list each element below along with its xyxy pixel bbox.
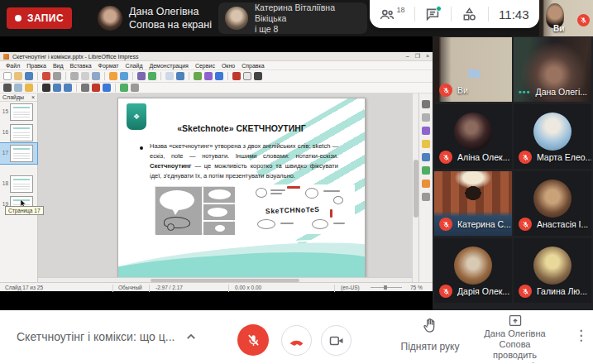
- deck-panel-icon[interactable]: [422, 180, 430, 188]
- more-options-button[interactable]: ⋮: [574, 327, 588, 344]
- toolbar-icon[interactable]: [120, 72, 128, 80]
- impress-status-bar: Слайд 17 из 25 Обычный -2.97 / 2.17 0.00…: [0, 282, 433, 291]
- recording-label: ЗАПИС: [27, 12, 64, 24]
- toolbar-icon[interactable]: [25, 84, 33, 92]
- toolbar-icon[interactable]: [92, 72, 100, 80]
- toolbar-icon[interactable]: [42, 84, 50, 92]
- hang-up-button[interactable]: [281, 325, 312, 356]
- menu-file[interactable]: Файл: [6, 63, 20, 69]
- toolbar-icon[interactable]: [81, 72, 89, 80]
- toolbar-icon[interactable]: [3, 84, 12, 92]
- toolbar-icon[interactable]: [109, 72, 117, 80]
- toolbar-icon[interactable]: [14, 72, 22, 80]
- participant-tile-dana[interactable]: ••• Дана Олегі...: [514, 37, 591, 102]
- toolbar-icon[interactable]: [189, 72, 189, 80]
- toolbar-icon[interactable]: [81, 84, 89, 92]
- participant-tile-self[interactable]: Ви: [434, 37, 512, 102]
- top-bar: ЗАПИС Дана Олегівна Сопова на екрані Кат…: [0, 0, 593, 36]
- menu-edit[interactable]: Правка: [26, 63, 46, 69]
- participants-sidebar: Ви ••• Дана Олегі... Аліна Олек... Марта…: [433, 36, 593, 310]
- drawing-toolbar[interactable]: [0, 83, 433, 93]
- participant-tile-kateryna[interactable]: Катерина С...: [434, 171, 512, 236]
- menu-window[interactable]: Окно: [222, 63, 235, 69]
- toolbar-icon[interactable]: [160, 72, 161, 80]
- toolbar-icon[interactable]: [65, 72, 66, 80]
- panel-close-icon[interactable]: ×: [31, 94, 35, 100]
- zoom-slider[interactable]: [371, 287, 402, 288]
- toolbar-icon[interactable]: [176, 72, 184, 80]
- toolbar-icon[interactable]: [14, 84, 22, 92]
- chat-button[interactable]: [425, 7, 440, 21]
- participant-tile-alina[interactable]: Аліна Олек...: [434, 104, 512, 169]
- toolbar-icon[interactable]: [64, 84, 72, 92]
- toolbar-icon[interactable]: [204, 72, 213, 80]
- current-slide: ❖ «Sketchnote» СКЕТЧНОУТИНГ Назва «скетч…: [117, 98, 366, 278]
- impress-app-icon: [3, 54, 9, 60]
- toolbar-icon[interactable]: [254, 72, 262, 80]
- toolbar-icon[interactable]: [131, 84, 139, 92]
- toolbar-icon[interactable]: [165, 72, 174, 80]
- toolbar-icon[interactable]: [76, 84, 77, 92]
- divider: [488, 7, 489, 22]
- activities-icon: [461, 7, 477, 22]
- participant-tile-daria[interactable]: Дарія Олек...: [434, 238, 512, 303]
- mic-toggle-button[interactable]: [237, 324, 269, 356]
- deck-panel-icon[interactable]: [422, 166, 430, 175]
- participants-button[interactable]: 18: [380, 8, 404, 21]
- toolbar-icon[interactable]: [215, 72, 223, 80]
- toolbar-icon[interactable]: [70, 72, 79, 80]
- deck-panel-icon[interactable]: [422, 153, 430, 161]
- participant-tile-marta[interactable]: Марта Елео...: [514, 104, 591, 169]
- slide-thumbnail-18[interactable]: 18: [0, 174, 37, 194]
- close-icon[interactable]: ×: [426, 53, 429, 60]
- toolbar-icon[interactable]: [3, 72, 12, 80]
- toolbar-icon[interactable]: [137, 72, 146, 80]
- slide-thumbnail-15[interactable]: 15: [0, 102, 37, 122]
- toolbar-icon[interactable]: [42, 72, 50, 80]
- self-view-tile[interactable]: Ви: [539, 0, 593, 36]
- menu-tools[interactable]: Сервис: [195, 63, 215, 69]
- toolbar-icon[interactable]: [194, 72, 202, 80]
- deck-panel-icon[interactable]: [422, 127, 430, 135]
- participant-tile-halyna[interactable]: Галина Лю...: [514, 238, 591, 303]
- toolbar-icon[interactable]: [120, 84, 128, 92]
- menu-insert[interactable]: Вставка: [70, 63, 92, 69]
- standard-toolbar[interactable]: [0, 70, 433, 83]
- toolbar-icon[interactable]: [25, 72, 33, 80]
- toolbar-icon[interactable]: [53, 72, 61, 80]
- activities-button[interactable]: [461, 7, 477, 22]
- deck-panel-icon[interactable]: [422, 193, 430, 201]
- toolbar-icon[interactable]: [37, 84, 38, 92]
- menu-view[interactable]: Вид: [53, 63, 64, 69]
- toolbar-icon[interactable]: [37, 72, 38, 80]
- raise-hand-button[interactable]: Підняти руку: [389, 317, 471, 352]
- toolbar-icon[interactable]: [232, 72, 241, 80]
- deck-panel-icon[interactable]: [422, 113, 430, 122]
- menu-format[interactable]: Формат: [98, 63, 119, 69]
- toolbar-icon[interactable]: [92, 84, 100, 92]
- toolbar-icon[interactable]: [104, 72, 105, 80]
- slide-thumbnail-17-selected[interactable]: 17: [0, 143, 37, 164]
- sidebar-deck-icons[interactable]: [418, 93, 433, 282]
- deck-panel-icon[interactable]: [422, 100, 430, 108]
- menu-slide[interactable]: Слайд: [125, 63, 142, 69]
- meeting-title[interactable]: Скетчноутінг і комікси: що ц...: [17, 330, 196, 343]
- toolbar-icon[interactable]: [132, 72, 133, 80]
- deck-panel-icon[interactable]: [422, 140, 430, 148]
- maximize-icon[interactable]: ❐: [415, 53, 420, 60]
- participant-tile-anastasia[interactable]: Анастасія І...: [514, 171, 591, 236]
- menu-help[interactable]: Справка: [242, 63, 264, 69]
- menu-slideshow[interactable]: Демонстрация: [149, 63, 188, 69]
- minimize-icon[interactable]: –: [406, 53, 409, 60]
- toolbar-icon[interactable]: [103, 84, 111, 92]
- toolbar-icon[interactable]: [148, 72, 156, 80]
- toolbar-icon[interactable]: [243, 72, 251, 80]
- slide-thumbnail-16[interactable]: 16: [0, 122, 37, 143]
- vertical-scrollbar[interactable]: [412, 93, 418, 282]
- toolbar-icon[interactable]: [53, 84, 61, 92]
- toolbar-icon[interactable]: [115, 84, 116, 92]
- toolbar-icon[interactable]: [227, 72, 228, 80]
- camera-toggle-button[interactable]: [321, 325, 351, 356]
- hand-icon: [422, 317, 438, 335]
- record-dot-icon: [15, 15, 22, 22]
